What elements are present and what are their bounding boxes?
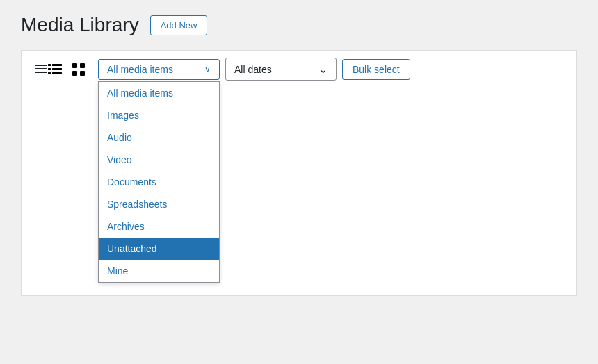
dates-filter-label: All dates bbox=[234, 64, 272, 75]
media-filter-label: All media items bbox=[107, 64, 173, 75]
bulk-select-button[interactable]: Bulk select bbox=[342, 59, 410, 80]
media-option-unattached[interactable]: Unattached bbox=[99, 238, 219, 260]
grid-view-button[interactable] bbox=[67, 60, 90, 79]
svg-rect-6 bbox=[48, 68, 51, 70]
media-option-spreadsheets[interactable]: Spreadsheets bbox=[99, 193, 219, 215]
list-view-button[interactable] bbox=[30, 60, 66, 79]
svg-rect-7 bbox=[52, 68, 62, 70]
svg-rect-12 bbox=[72, 71, 77, 76]
media-filter-chevron-icon: ∨ bbox=[204, 65, 211, 74]
svg-rect-9 bbox=[52, 72, 62, 74]
list-view-icon bbox=[34, 63, 48, 76]
media-filter-dropdown[interactable]: All media items ∨ bbox=[98, 59, 220, 80]
view-toggle bbox=[30, 60, 90, 79]
svg-rect-13 bbox=[80, 71, 85, 76]
page-header: Media Library Add New bbox=[21, 14, 577, 36]
svg-rect-0 bbox=[35, 65, 47, 66]
svg-rect-8 bbox=[48, 72, 51, 74]
page-title: Media Library bbox=[21, 14, 139, 36]
svg-rect-10 bbox=[72, 63, 77, 68]
add-new-button[interactable]: Add New bbox=[150, 15, 208, 35]
media-filter-menu: All media items Images Audio Video Docum… bbox=[98, 81, 220, 283]
grid-icon bbox=[72, 63, 86, 76]
media-option-video[interactable]: Video bbox=[99, 149, 219, 171]
media-option-mine[interactable]: Mine bbox=[99, 260, 219, 282]
svg-rect-2 bbox=[35, 72, 47, 73]
list-icon bbox=[48, 63, 62, 76]
dates-filter-dropdown-wrapper: All dates ⌄ bbox=[225, 58, 337, 81]
media-filter-dropdown-wrapper: All media items ∨ All media items Images… bbox=[98, 59, 220, 80]
svg-rect-4 bbox=[48, 64, 51, 66]
svg-rect-11 bbox=[80, 63, 85, 68]
media-option-all[interactable]: All media items bbox=[99, 82, 219, 104]
media-option-documents[interactable]: Documents bbox=[99, 171, 219, 193]
media-option-archives[interactable]: Archives bbox=[99, 215, 219, 238]
dates-filter-chevron-icon: ⌄ bbox=[318, 63, 328, 76]
media-option-audio[interactable]: Audio bbox=[99, 126, 219, 149]
media-option-images[interactable]: Images bbox=[99, 104, 219, 126]
svg-rect-1 bbox=[35, 68, 47, 69]
dates-filter-dropdown[interactable]: All dates ⌄ bbox=[225, 58, 337, 81]
svg-rect-5 bbox=[52, 64, 62, 66]
toolbar: All media items ∨ All media items Images… bbox=[21, 50, 577, 88]
